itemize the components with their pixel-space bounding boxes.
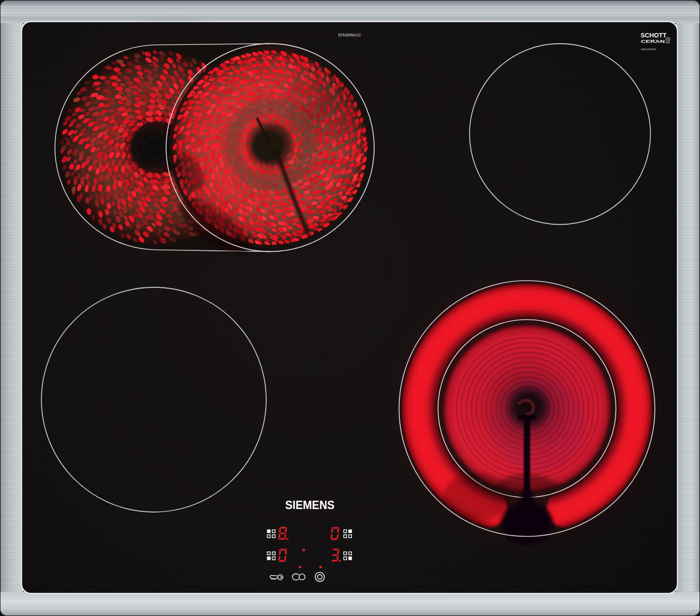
svg-text:9001197881: 9001197881 — [641, 47, 657, 51]
svg-text:CERAN: CERAN — [641, 38, 665, 44]
svg-text:SIEMENS: SIEMENS — [285, 499, 335, 512]
svg-text:EF645HNA1C: EF645HNA1C — [338, 33, 361, 37]
svg-text:SCHOTT: SCHOTT — [641, 32, 667, 39]
